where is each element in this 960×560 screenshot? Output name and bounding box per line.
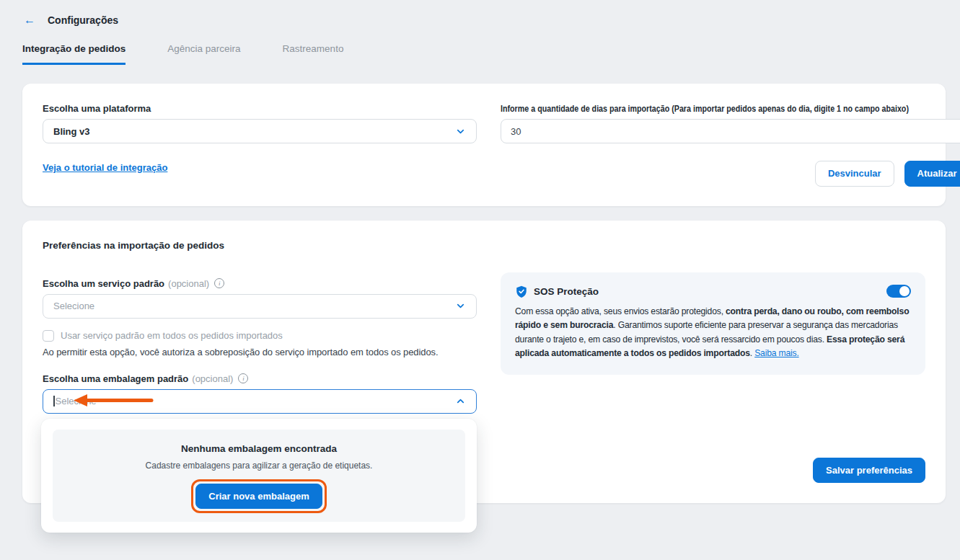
integration-card: Escolha uma plataforma Bling v3 Veja o t…: [22, 84, 946, 206]
tab-tracking[interactable]: Rastreamento: [283, 43, 344, 65]
chevron-down-icon: [455, 126, 466, 137]
platform-select[interactable]: Bling v3: [43, 119, 477, 143]
days-field: Informe a quantidade de dias para import…: [501, 103, 960, 187]
service-label-row: Escolha um serviço padrão (opcional) i: [43, 278, 477, 289]
package-label: Escolha uma embalagem padrão: [43, 373, 188, 384]
package-select-placeholder: Selecione: [56, 396, 97, 406]
service-label: Escolha um serviço padrão: [43, 278, 164, 289]
platform-select-value: Bling v3: [53, 126, 90, 137]
service-select-placeholder: Selecione: [53, 301, 94, 311]
default-service-help-text: Ao permitir esta opção, você autoriza a …: [43, 347, 477, 357]
sos-title: SOS Proteção: [534, 286, 599, 297]
integration-actions: Desvincular Atualizar: [501, 161, 960, 187]
default-service-checkbox[interactable]: [43, 330, 54, 342]
preferences-right-column: SOS Proteção Com essa opção ativa, seus …: [501, 272, 925, 484]
package-optional-label: (opcional): [192, 373, 233, 384]
package-select[interactable]: Selecione: [43, 389, 477, 414]
tutorial-link[interactable]: Veja o tutorial de integração: [43, 162, 167, 173]
package-field: Escolha uma embalagem padrão (opcional) …: [43, 373, 477, 414]
preferences-title: Preferências na importação de pedidos: [43, 240, 925, 251]
sos-toggle[interactable]: [886, 285, 911, 298]
tab-order-integration[interactable]: Integração de pedidos: [22, 43, 125, 65]
preferences-left-column: Escolha um serviço padrão (opcional) i S…: [43, 272, 477, 414]
update-button[interactable]: Atualizar: [904, 161, 960, 187]
empty-state-title: Nenhuma embalagem encontrada: [64, 443, 454, 454]
platform-label: Escolha uma plataforma: [43, 103, 477, 114]
sos-protection-card: SOS Proteção Com essa opção ativa, seus …: [501, 272, 925, 375]
tab-bar: Integração de pedidos Agência parceira R…: [22, 43, 960, 65]
chevron-down-icon: [455, 301, 466, 311]
service-select[interactable]: Selecione: [43, 294, 477, 319]
info-icon[interactable]: i: [238, 373, 248, 383]
preferences-card: Preferências na importação de pedidos Es…: [22, 221, 946, 504]
sos-description: Com essa opção ativa, seus envios estarã…: [515, 305, 911, 361]
save-preferences-button[interactable]: Salvar preferências: [813, 458, 925, 484]
package-dropdown-empty-state: Nenhuma embalagem encontrada Cadastre em…: [53, 430, 465, 523]
text-cursor: [53, 396, 55, 406]
chevron-up-icon: [455, 396, 466, 406]
platform-field: Escolha uma plataforma Bling v3 Veja o t…: [43, 103, 477, 173]
settings-page: ← Configurações Integração de pedidos Ag…: [0, 0, 960, 503]
tab-partner-agency[interactable]: Agência parceira: [167, 43, 240, 65]
page-title: Configurações: [48, 14, 118, 26]
package-dropdown-panel: Nenhuma embalagem encontrada Cadastre em…: [41, 419, 477, 533]
default-service-checkbox-label: Usar serviço padrão em todos os pedidos …: [61, 330, 283, 341]
info-icon[interactable]: i: [214, 278, 224, 288]
empty-state-subtitle: Cadastre embalagens para agilizar a gera…: [64, 461, 454, 471]
days-label: Informe a quantidade de dias para import…: [501, 103, 960, 114]
package-label-row: Escolha uma embalagem padrão (opcional) …: [43, 373, 477, 384]
unlink-button[interactable]: Desvincular: [815, 161, 894, 187]
days-input[interactable]: [501, 119, 960, 143]
sos-text-segment: Com essa opção ativa, seus envios estarã…: [515, 306, 726, 316]
page-header: ← Configurações: [24, 14, 960, 26]
shield-check-icon: [515, 285, 528, 298]
annotation-highlight-box: Criar nova embalagem: [191, 479, 326, 514]
sos-header: SOS Proteção: [515, 285, 911, 298]
default-service-checkbox-row: Usar serviço padrão em todos os pedidos …: [43, 330, 477, 342]
learn-more-link[interactable]: Saiba mais.: [754, 348, 798, 358]
save-row: Salvar preferências: [501, 458, 925, 484]
service-optional-label: (opcional): [168, 278, 209, 289]
back-arrow-icon[interactable]: ←: [24, 14, 35, 26]
toggle-knob: [899, 286, 910, 296]
create-package-button[interactable]: Criar nova embalagem: [195, 484, 322, 510]
